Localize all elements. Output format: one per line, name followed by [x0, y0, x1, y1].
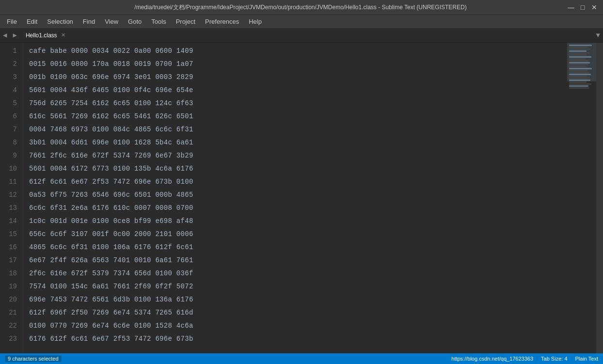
status-file-type: Plain Text: [575, 356, 599, 362]
titlebar: /media/truedei/文档/Programme/IdeaProject/…: [0, 0, 603, 15]
minimap-line-19: [569, 79, 590, 81]
menu-item-view[interactable]: View: [100, 16, 123, 27]
code-line-2: 0015 0016 0800 170a 0018 0019 0700 1a07: [23, 58, 567, 71]
code-line-13: 6c6c 6f31 2e6a 6176 610c 0007 0008 0700: [23, 202, 567, 215]
code-line-12: 0a53 6f75 7263 6546 696c 6501 000b 4865: [23, 189, 567, 202]
minimap-line-17: [569, 76, 587, 77]
line-number-5: 5: [4, 97, 17, 110]
minimap-line-8: [569, 58, 586, 60]
code-line-21: 612f 696f 2f50 7269 6e74 5374 7265 616d: [23, 306, 567, 319]
menu-item-find[interactable]: Find: [78, 16, 100, 27]
maximize-button[interactable]: □: [579, 3, 587, 11]
minimap-line-16: [569, 74, 591, 75]
line-number-17: 17: [4, 254, 17, 267]
tab-nav-left[interactable]: ◀: [0, 28, 10, 42]
code-line-22: 0100 0770 7269 6e74 6c6e 0100 1528 4c6a: [23, 319, 567, 332]
tab-hello1[interactable]: Hello1.class ✕: [20, 28, 72, 42]
menu-item-selection[interactable]: Selection: [42, 16, 78, 27]
status-selection: 9 characters selected: [5, 355, 62, 362]
code-content[interactable]: cafe babe 0000 0034 0022 0a00 0600 14090…: [23, 43, 567, 353]
line-number-6: 6: [4, 110, 17, 123]
minimap-line-18: [569, 78, 589, 79]
minimap[interactable]: [567, 43, 596, 353]
code-line-11: 612f 6c61 6e67 2f53 7472 696e 673b 0100: [23, 175, 567, 189]
line-number-13: 13: [4, 202, 17, 215]
minimap-line-9: [569, 60, 589, 62]
titlebar-title: /media/truedei/文档/Programme/IdeaProject/…: [34, 3, 567, 12]
line-number-23: 23: [4, 332, 17, 346]
menu-item-file[interactable]: File: [2, 16, 22, 27]
scrollbar-area[interactable]: [596, 43, 603, 353]
code-line-5: 756d 6265 7254 6162 6c65 0100 124c 6f63: [23, 97, 567, 110]
code-line-3: 001b 0100 063c 696e 6974 3e01 0003 2829: [23, 71, 567, 84]
line-number-14: 14: [4, 215, 17, 228]
status-left: 9 characters selected: [5, 355, 62, 362]
code-line-6: 616c 5661 7269 6162 6c65 5461 626c 6501: [23, 110, 567, 123]
line-number-9: 9: [4, 149, 17, 162]
line-number-22: 22: [4, 319, 17, 332]
minimize-button[interactable]: —: [567, 3, 575, 11]
code-line-1: cafe babe 0000 0034 0022 0a00 0600 1409: [23, 45, 567, 58]
line-number-20: 20: [4, 293, 17, 306]
code-line-4: 5601 0004 436f 6465 0100 0f4c 696e 654e: [23, 84, 567, 97]
menubar: FileEditSelectionFindViewGotoToolsProjec…: [0, 15, 603, 28]
line-number-7: 7: [4, 123, 17, 136]
code-line-23: 6176 612f 6c61 6e67 2f53 7472 696e 673b: [23, 332, 567, 346]
line-number-12: 12: [4, 189, 17, 202]
line-number-4: 4: [4, 84, 17, 97]
status-right: https://blog.csdn.net/qq_17623363 Tab Si…: [451, 356, 598, 362]
code-line-9: 7661 2f6c 616e 672f 5374 7269 6e67 3b29: [23, 149, 567, 162]
line-number-1: 1: [4, 45, 17, 58]
tab-label: Hello1.class: [26, 32, 57, 39]
line-number-15: 15: [4, 228, 17, 241]
minimap-line-3: [569, 48, 590, 50]
line-number-3: 3: [4, 71, 17, 84]
code-line-10: 5601 0004 6172 6773 0100 135b 4c6a 6176: [23, 162, 567, 175]
menu-item-tools[interactable]: Tools: [146, 16, 171, 27]
code-line-16: 4865 6c6c 6f31 0100 106a 6176 612f 6c61: [23, 241, 567, 254]
minimap-line-21: [569, 83, 591, 85]
line-number-11: 11: [4, 175, 17, 189]
minimap-line-5: [569, 52, 589, 54]
minimap-line-14: [569, 70, 587, 71]
minimap-line-15: [569, 72, 589, 73]
code-line-20: 696e 7453 7472 6561 6d3b 0100 136a 6176: [23, 293, 567, 306]
menu-item-preferences[interactable]: Preferences: [200, 16, 244, 27]
line-numbers: 1234567891011121314151617181920212223: [0, 43, 23, 353]
code-line-15: 656c 6c6f 3107 001f 0c00 2000 2101 0006: [23, 228, 567, 241]
minimap-line-10: [569, 62, 590, 63]
line-number-8: 8: [4, 136, 17, 149]
minimap-line-20: [569, 81, 587, 83]
titlebar-controls: — □ ✕: [567, 3, 598, 11]
line-number-21: 21: [4, 306, 17, 319]
status-tab-size: Tab Size: 4: [541, 356, 567, 362]
line-number-19: 19: [4, 280, 17, 293]
line-number-10: 10: [4, 162, 17, 175]
tabbar: ◀ ▶ Hello1.class ✕ ▼: [0, 28, 603, 43]
minimap-line-2: [569, 47, 588, 48]
menu-item-project[interactable]: Project: [171, 16, 200, 27]
minimap-line-11: [569, 64, 588, 65]
tab-scroll-right[interactable]: ▼: [593, 28, 603, 42]
menu-item-edit[interactable]: Edit: [22, 16, 42, 27]
minimap-line-13: [569, 68, 592, 69]
menu-item-help[interactable]: Help: [244, 16, 267, 27]
line-number-16: 16: [4, 241, 17, 254]
tab-close-button[interactable]: ✕: [61, 32, 65, 38]
close-button[interactable]: ✕: [590, 3, 598, 11]
minimap-line-12: [569, 66, 586, 67]
menu-item-goto[interactable]: Goto: [123, 16, 146, 27]
status-url: https://blog.csdn.net/qq_17623363: [451, 356, 533, 362]
code-line-19: 7574 0100 154c 6a61 7661 2f69 6f2f 5072: [23, 280, 567, 293]
tab-nav-right[interactable]: ▶: [10, 28, 19, 42]
editor-area: 1234567891011121314151617181920212223 ca…: [0, 43, 603, 353]
minimap-line-7: [569, 56, 591, 58]
line-number-18: 18: [4, 267, 17, 280]
code-line-8: 3b01 0004 6d61 696e 0100 1628 5b4c 6a61: [23, 136, 567, 149]
code-line-18: 2f6c 616e 672f 5379 7374 656d 0100 036f: [23, 267, 567, 280]
code-line-14: 1c0c 001d 001e 0100 0ce8 bf99 e698 af48: [23, 215, 567, 228]
minimap-line-4: [569, 50, 587, 52]
code-line-17: 6e67 2f4f 626a 6563 7401 0010 6a61 7661: [23, 254, 567, 267]
minimap-line-6: [569, 54, 587, 56]
line-number-2: 2: [4, 58, 17, 71]
